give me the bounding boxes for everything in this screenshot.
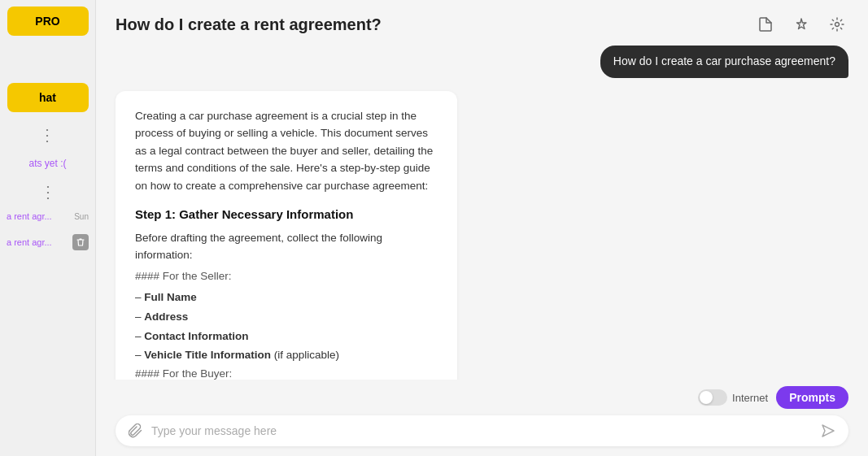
internet-label: Internet (732, 392, 768, 404)
seller-item-1: Full Name (144, 291, 197, 303)
toggle-thumb (700, 391, 713, 404)
list-item: Full Name (135, 288, 438, 307)
chat-item-text-1: a rent agr... (7, 211, 71, 221)
list-item: Vehicle Title Information (if applicable… (135, 345, 438, 365)
seller-item-2: Address (144, 311, 188, 323)
list-item[interactable]: a rent agr... Sun (0, 208, 95, 224)
seller-hash-label: #### For the Seller: (135, 267, 438, 285)
header: How do I create a rent agreement? (96, 0, 868, 46)
chat-item-text-2: a rent agr... (7, 237, 69, 247)
send-button[interactable] (821, 423, 835, 438)
bottom-toolbar: Internet Prompts (96, 380, 868, 456)
seller-list: Full Name Address Contact Information Ve… (135, 288, 438, 364)
assistant-response-card: Creating a car purchase agreement is a c… (116, 91, 457, 380)
page-title: How do I create a rent agreement? (116, 15, 382, 34)
user-message: How do I create a car purchase agreement… (600, 46, 848, 78)
settings-icon-button[interactable] (826, 13, 848, 36)
pin-icon-button[interactable] (790, 13, 813, 36)
main-content: How do I create a rent agreement? (96, 0, 868, 456)
delete-chat-button[interactable] (72, 234, 89, 250)
buyer-hash-label: #### For the Buyer: (135, 365, 438, 380)
file-icon-button[interactable] (754, 13, 777, 36)
step1-title: Step 1: Gather Necessary Information (135, 205, 438, 224)
svg-point-0 (835, 23, 840, 27)
chat-item-date-1: Sun (74, 212, 89, 221)
bottom-controls: Internet Prompts (116, 386, 848, 409)
pro-button[interactable]: PRO (7, 7, 89, 36)
message-input[interactable] (151, 424, 813, 437)
seller-item-3: Contact Information (144, 330, 248, 342)
toggle-track[interactable] (698, 389, 727, 406)
assistant-intro-text: Creating a car purchase agreement is a c… (135, 107, 438, 195)
attach-button[interactable] (129, 423, 143, 438)
sidebar: PRO hat ⋮ ats yet :( ⋮ a rent agr... Sun… (0, 0, 96, 456)
list-item: Contact Information (135, 327, 438, 346)
chat-button[interactable]: hat (7, 83, 89, 112)
message-input-bar (116, 415, 848, 446)
no-chats-label: ats yet :( (22, 158, 72, 169)
internet-toggle[interactable]: Internet (698, 389, 768, 406)
prompts-button[interactable]: Prompts (776, 386, 848, 409)
list-item[interactable]: a rent agr... (0, 231, 95, 254)
step1-intro: Before drafting the agreement, collect t… (135, 229, 438, 264)
sidebar-menu-dots-1[interactable]: ⋮ (39, 125, 56, 145)
seller-item-4: Vehicle Title Information (144, 349, 271, 361)
header-icons (754, 13, 848, 36)
chat-area: How do I create a car purchase agreement… (96, 46, 868, 380)
sidebar-menu-dots-2[interactable]: ⋮ (40, 182, 56, 202)
list-item: Address (135, 307, 438, 327)
